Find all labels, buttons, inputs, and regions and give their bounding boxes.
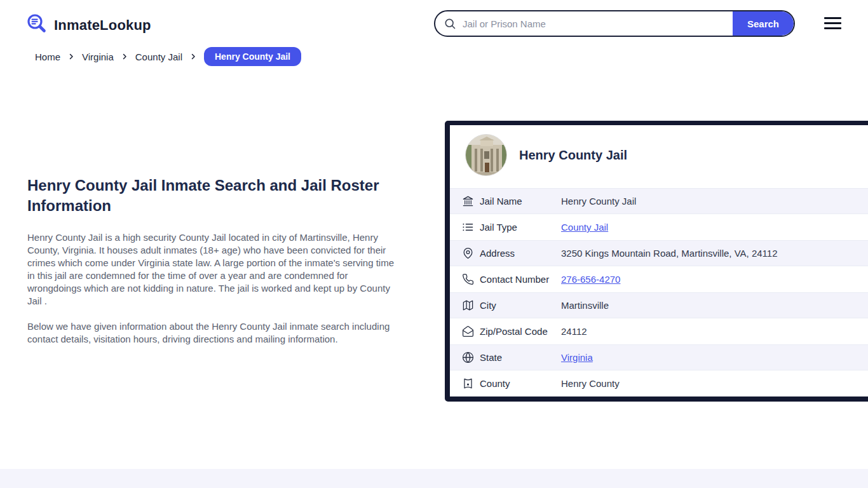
breadcrumb: Home Virginia County Jail Henry County J… <box>35 47 301 66</box>
intro-paragraph: Henry County Jail is a high security Cou… <box>27 231 403 308</box>
brand-logo[interactable]: InmateLookup <box>25 13 151 38</box>
jail-info-row: Address3250 Kings Mountain Road, Martins… <box>450 240 868 266</box>
row-label: Address <box>480 248 561 259</box>
phone-icon <box>462 273 474 285</box>
list-icon <box>462 221 474 233</box>
search-button[interactable]: Search <box>733 11 794 36</box>
chevron-right-icon <box>189 53 197 60</box>
breadcrumb-home[interactable]: Home <box>35 51 60 62</box>
row-label: Contact Number <box>480 274 561 285</box>
search-icon <box>444 11 456 36</box>
jail-info-row: Jail TypeCounty Jail <box>450 214 868 240</box>
jail-card-title: Henry County Jail <box>519 148 627 163</box>
breadcrumb-current-badge: Henry County Jail <box>204 47 301 66</box>
row-value-link[interactable]: Virginia <box>561 352 593 363</box>
row-label: Jail Type <box>480 222 561 233</box>
row-value: 24112 <box>561 326 587 337</box>
bank-icon <box>462 195 474 207</box>
row-value: Henry County <box>561 378 620 389</box>
jail-info-row: Zip/Postal Code24112 <box>450 318 868 344</box>
row-value: Henry County Jail <box>561 196 636 207</box>
map-icon <box>462 299 474 311</box>
jail-info-row: Jail NameHenry County Jail <box>450 188 868 214</box>
breadcrumb-jail-type[interactable]: County Jail <box>135 51 182 62</box>
jail-card-header: Henry County Jail <box>450 125 868 188</box>
row-label: Zip/Postal Code <box>480 326 561 337</box>
row-label: State <box>480 352 561 363</box>
article: Henry County Jail Inmate Search and Jail… <box>27 175 403 358</box>
footer-strip <box>0 469 868 488</box>
row-label: Jail Name <box>480 196 561 207</box>
map-pin-icon <box>462 247 474 259</box>
row-value: 3250 Kings Mountain Road, Martinsville, … <box>561 248 777 259</box>
jail-info-card: Henry County Jail Jail NameHenry County … <box>445 121 868 402</box>
info-paragraph: Below we have given information about th… <box>27 320 403 346</box>
jail-info-row: CountyHenry County <box>450 370 868 396</box>
chevron-right-icon <box>67 53 75 60</box>
row-value-link[interactable]: 276-656-4270 <box>561 274 620 285</box>
jail-info-row: StateVirginia <box>450 344 868 370</box>
page-title: Henry County Jail Inmate Search and Jail… <box>27 175 384 216</box>
chevron-right-icon <box>121 53 128 60</box>
menu-icon[interactable] <box>824 17 841 29</box>
jail-search-form: Search <box>434 10 795 37</box>
jail-info-table: Jail NameHenry County JailJail TypeCount… <box>450 188 868 396</box>
globe-icon <box>462 351 474 363</box>
search-input[interactable] <box>456 11 733 36</box>
mail-icon <box>462 325 474 337</box>
row-value-link[interactable]: County Jail <box>561 222 608 233</box>
jail-photo <box>465 134 507 176</box>
jail-info-row: CityMartinsville <box>450 292 868 318</box>
county-icon <box>462 377 474 390</box>
row-value: Martinsville <box>561 300 609 311</box>
breadcrumb-state[interactable]: Virginia <box>82 51 114 62</box>
magnifier-list-icon <box>25 13 48 38</box>
row-label: City <box>480 300 561 311</box>
jail-info-row: Contact Number276-656-4270 <box>450 266 868 292</box>
brand-name: InmateLookup <box>54 17 151 34</box>
row-label: County <box>480 378 561 389</box>
